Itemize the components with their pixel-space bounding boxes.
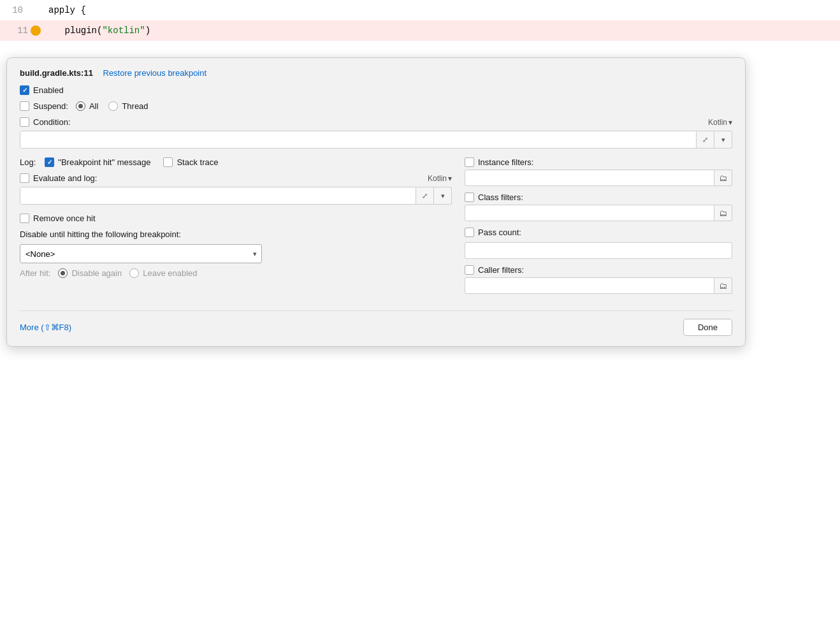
right-column: Instance filters: Class filters:: [465, 157, 732, 300]
breakpoint-hit-checkbox-wrap[interactable]: "Breakpoint hit" message: [45, 157, 150, 167]
caller-filters-checkbox[interactable]: [465, 265, 474, 275]
remove-once-hit-checkbox[interactable]: [20, 214, 29, 223]
suspend-checkbox-wrap[interactable]: Suspend:: [20, 101, 68, 111]
popup-header: build.gradle.kts:11 Restore previous bre…: [20, 68, 732, 78]
pass-count-checkbox-wrap[interactable]: Pass count:: [465, 228, 521, 237]
condition-expand-btn[interactable]: [697, 131, 714, 149]
two-column-layout: Log: "Breakpoint hit" message Stack trac…: [20, 157, 732, 300]
enabled-checkbox[interactable]: [20, 85, 29, 95]
condition-input-row: [20, 131, 732, 149]
evaluate-kotlin-btn[interactable]: Kotlin: [428, 174, 452, 183]
instance-filters-checkbox-wrap[interactable]: Instance filters:: [465, 157, 533, 167]
none-select-wrap[interactable]: <None>: [20, 244, 262, 263]
line-content-11: plugin("kotlin"): [43, 20, 150, 41]
log-row: Log: "Breakpoint hit" message Stack trac…: [20, 157, 452, 167]
condition-checkbox-wrap[interactable]: Condition:: [20, 117, 71, 127]
pass-count-section: Pass count:: [465, 228, 732, 259]
evaluate-expand-btn[interactable]: [416, 187, 434, 205]
popup-title: build.gradle.kts:11: [20, 68, 93, 78]
pass-count-input[interactable]: [465, 242, 732, 259]
evaluate-input[interactable]: [20, 187, 416, 205]
remove-once-hit-checkbox-wrap[interactable]: Remove once hit: [20, 214, 96, 223]
class-filters-checkbox-wrap[interactable]: Class filters:: [465, 193, 523, 202]
evaluate-log-checkbox[interactable]: [20, 173, 29, 183]
line-number-10: 10: [0, 0, 31, 20]
class-filters-row: Class filters:: [465, 193, 732, 202]
disable-until-section: Disable until hitting the following brea…: [20, 229, 452, 263]
leave-enabled-radio[interactable]: [129, 268, 139, 278]
stack-trace-checkbox[interactable]: [163, 157, 173, 167]
instance-filters-section: Instance filters:: [465, 157, 732, 186]
remove-once-hit-row: Remove once hit: [20, 214, 452, 223]
caller-filters-input-row: [465, 277, 732, 294]
all-radio[interactable]: [76, 101, 85, 111]
class-filters-input-row: [465, 205, 732, 221]
after-hit-row: After hit: Disable again Leave enabled: [20, 268, 452, 278]
kotlin-chevron-icon: [728, 118, 732, 127]
none-select[interactable]: <None>: [20, 244, 262, 263]
after-hit-label: After hit:: [20, 268, 50, 278]
disable-again-label: Disable again: [71, 268, 122, 278]
instance-filters-input[interactable]: [465, 170, 714, 186]
caller-filters-label: Caller filters:: [478, 265, 524, 275]
stack-trace-checkbox-wrap[interactable]: Stack trace: [163, 157, 218, 167]
done-button[interactable]: Done: [683, 319, 732, 336]
suspend-checkbox[interactable]: [20, 101, 29, 111]
enabled-checkbox-wrap[interactable]: Enabled: [20, 85, 64, 95]
class-filters-section: Class filters:: [465, 193, 732, 221]
expand-icon: [702, 136, 708, 144]
instance-filters-folder-btn[interactable]: [714, 170, 732, 186]
left-column: Log: "Breakpoint hit" message Stack trac…: [20, 157, 452, 300]
enabled-label: Enabled: [33, 85, 64, 95]
caller-filters-folder-btn[interactable]: [714, 277, 732, 294]
log-label: Log:: [20, 157, 36, 167]
instance-filters-row: Instance filters:: [465, 157, 732, 167]
kotlin2-label: Kotlin: [428, 174, 447, 183]
disable-again-radio[interactable]: [58, 268, 68, 278]
instance-filters-checkbox[interactable]: [465, 157, 474, 167]
pass-count-checkbox[interactable]: [465, 228, 474, 237]
pass-count-label: Pass count:: [478, 228, 521, 237]
class-filters-folder-icon: [719, 208, 727, 218]
class-filters-checkbox[interactable]: [465, 193, 474, 202]
more-link[interactable]: More (⇧⌘F8): [20, 323, 71, 332]
condition-dropdown-icon: [721, 136, 725, 144]
condition-row: Condition: Kotlin: [20, 117, 732, 127]
disable-until-label: Disable until hitting the following brea…: [20, 229, 452, 239]
instance-filters-input-row: [465, 170, 732, 186]
condition-dropdown-btn[interactable]: [714, 131, 732, 149]
suspend-label: Suspend:: [33, 101, 68, 111]
evaluate-dropdown-icon: [441, 192, 445, 200]
condition-input[interactable]: [20, 131, 697, 149]
evaluate-dropdown-btn[interactable]: [434, 187, 452, 205]
breakpoint-marker: [31, 25, 41, 36]
class-filters-folder-btn[interactable]: [714, 205, 732, 221]
class-filters-label: Class filters:: [478, 193, 523, 202]
breakpoint-hit-checkbox[interactable]: [45, 157, 54, 167]
caller-filters-section: Caller filters:: [465, 265, 732, 294]
leave-enabled-label: Leave enabled: [143, 268, 197, 278]
all-label: All: [89, 101, 98, 111]
popup-footer: More (⇧⌘F8) Done: [20, 310, 732, 336]
leave-enabled-radio-wrap[interactable]: Leave enabled: [129, 268, 197, 278]
condition-label: Condition:: [33, 117, 71, 127]
all-radio-wrap[interactable]: All: [76, 101, 98, 111]
breakpoint-popup: build.gradle.kts:11 Restore previous bre…: [6, 57, 746, 347]
code-line-10: 10 apply {: [0, 0, 840, 20]
thread-radio-wrap[interactable]: Thread: [108, 101, 148, 111]
line-content-10: apply {: [43, 0, 840, 20]
condition-kotlin-btn[interactable]: Kotlin: [708, 118, 732, 127]
instance-filters-folder-icon: [719, 173, 727, 183]
thread-radio[interactable]: [108, 101, 118, 111]
remove-once-hit-label: Remove once hit: [33, 214, 96, 223]
restore-breakpoint-link[interactable]: Restore previous breakpoint: [103, 68, 207, 78]
evaluate-log-checkbox-wrap[interactable]: Evaluate and log:: [20, 173, 97, 183]
pass-count-row: Pass count:: [465, 228, 732, 237]
caller-filters-input[interactable]: [465, 277, 714, 294]
caller-filters-checkbox-wrap[interactable]: Caller filters:: [465, 265, 524, 275]
code-lines: 10 apply { 11 plugin("kotlin"): [0, 0, 840, 41]
condition-checkbox[interactable]: [20, 117, 29, 127]
disable-again-radio-wrap[interactable]: Disable again: [58, 268, 122, 278]
class-filters-input[interactable]: [465, 205, 714, 221]
suspend-row: Suspend: All Thread: [20, 101, 732, 111]
